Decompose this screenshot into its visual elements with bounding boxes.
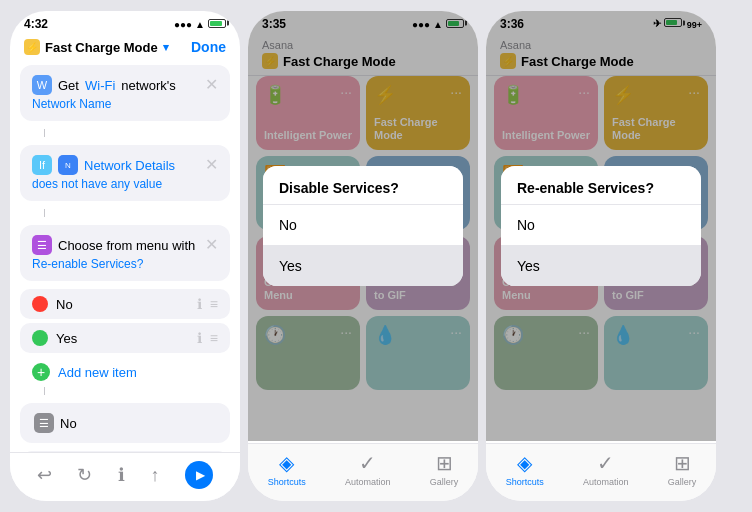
connector-3 [44,387,45,395]
tab-automation-3[interactable]: ✓ Automation [583,451,629,487]
gallery-tab-label-2: Gallery [430,477,459,487]
automation-tab-icon-3: ✓ [597,451,614,475]
no-block-card: ☰ No [20,403,230,443]
tab-shortcuts-3[interactable]: ◈ Shortcuts [506,451,544,487]
choose-row: ☰ Choose from menu with [32,235,197,255]
gallery-tab-icon-2: ⊞ [436,451,453,475]
automation-tab-label-3: Automation [583,477,629,487]
bolt-icon: ⚡ [24,39,40,55]
battery-icon [208,19,226,30]
p1-content: W Get Wi-Fi network's Network Name ✕ If … [10,61,240,471]
shortcuts-tab-icon-2: ◈ [279,451,294,475]
bottom-toolbar-1: ↩ ↻ ℹ ↑ ▶ [10,452,240,501]
if-badge: If [32,155,52,175]
no-dot [32,296,48,312]
connector-2 [44,209,45,217]
choose-badge: ☰ [32,235,52,255]
choose-menu-card: ☰ Choose from menu with Re-enable Servic… [20,225,230,281]
play-button[interactable]: ▶ [185,461,213,489]
share-icon[interactable]: ↑ [151,465,160,486]
redo-icon[interactable]: ↻ [77,464,92,486]
phone-1: 4:32 ●●● ▲ ⚡ Fast Charge Mode ▾ Done W G… [10,11,240,501]
no-block-icon: ☰ [34,413,54,433]
dialog-box-3: Re-enable Services? No Yes [501,166,701,286]
get-wifi-card: W Get Wi-Fi network's Network Name ✕ [20,65,230,121]
status-bar-1: 4:32 ●●● ▲ [10,11,240,35]
add-new-item-label: Add new item [58,365,137,380]
nav-title-1: ⚡ Fast Charge Mode ▾ [24,39,169,55]
dialog-no-2[interactable]: No [263,204,463,245]
close-if-card[interactable]: ✕ [205,155,218,174]
reorder-icon-yes[interactable]: ≡ [210,330,218,346]
no-label-text: No [56,297,73,312]
tab-bar-2: ◈ Shortcuts ✓ Automation ⊞ Gallery [248,443,478,501]
info-icon-no[interactable]: ℹ [197,296,202,312]
network-badge: N [58,155,78,175]
tab-bar-3: ◈ Shortcuts ✓ Automation ⊞ Gallery [486,443,716,501]
done-button[interactable]: Done [191,39,226,55]
status-icons-1: ●●● ▲ [174,19,226,30]
plus-icon: + [32,363,50,381]
connector-1 [44,129,45,137]
dialog-yes-3[interactable]: Yes [501,245,701,286]
tab-gallery-2[interactable]: ⊞ Gallery [430,451,459,487]
gallery-tab-icon-3: ⊞ [674,451,691,475]
tab-automation-2[interactable]: ✓ Automation [345,451,391,487]
phone-2: 3:35 ●●● ▲ Asana ⚡ Fast Charge Mode 🔋 ··… [248,11,478,501]
dialog-yes-2[interactable]: Yes [263,245,463,286]
close-choose-card[interactable]: ✕ [205,235,218,254]
shortcuts-tab-label-3: Shortcuts [506,477,544,487]
shortcuts-tab-label-2: Shortcuts [268,477,306,487]
dialog-title-2: Disable Services? [263,166,463,204]
shortcuts-tab-icon-3: ◈ [517,451,532,475]
add-new-item-row[interactable]: + Add new item [20,357,230,387]
wifi-badge: W [32,75,52,95]
shortcut-name-1: Fast Charge Mode [45,40,158,55]
info-tool-icon[interactable]: ℹ [118,464,125,486]
reorder-icon-no[interactable]: ≡ [210,296,218,312]
automation-tab-label-2: Automation [345,477,391,487]
yes-label-text: Yes [56,331,77,346]
if-card: If N Network Details does not have any v… [20,145,230,201]
no-block-label: No [60,416,77,431]
reenable-link[interactable]: Re-enable Services? [32,257,197,271]
menu-item-no: No ℹ ≡ [20,289,230,319]
no-value-text: does not have any value [32,177,197,191]
tab-gallery-3[interactable]: ⊞ Gallery [668,451,697,487]
phone-3: 3:36 ✈ 99+ Asana ⚡ Fast Charge Mode 🔋 ··… [486,11,716,501]
menu-item-yes: Yes ℹ ≡ [20,323,230,353]
chevron-down-icon: ▾ [163,41,169,54]
top-nav-1: ⚡ Fast Charge Mode ▾ Done [10,35,240,61]
dialog-overlay-2: Disable Services? No Yes [248,11,478,441]
gallery-tab-label-3: Gallery [668,477,697,487]
if-row: If N Network Details [32,155,197,175]
time-1: 4:32 [24,17,48,31]
dialog-box-2: Disable Services? No Yes [263,166,463,286]
undo-icon[interactable]: ↩ [37,464,52,486]
close-wifi-card[interactable]: ✕ [205,75,218,94]
tab-shortcuts-2[interactable]: ◈ Shortcuts [268,451,306,487]
wifi-link[interactable]: Wi-Fi [85,78,115,93]
dialog-no-3[interactable]: No [501,204,701,245]
network-name-link[interactable]: Network Name [32,97,197,111]
automation-tab-icon-2: ✓ [359,451,376,475]
yes-dot [32,330,48,346]
signal-icon: ●●● [174,19,192,30]
info-icon-yes[interactable]: ℹ [197,330,202,346]
wifi-icon: ▲ [195,19,205,30]
dialog-overlay-3: Re-enable Services? No Yes [486,11,716,441]
get-wifi-row: W Get Wi-Fi network's [32,75,197,95]
network-details-link[interactable]: Network Details [84,158,175,173]
dialog-title-3: Re-enable Services? [501,166,701,204]
